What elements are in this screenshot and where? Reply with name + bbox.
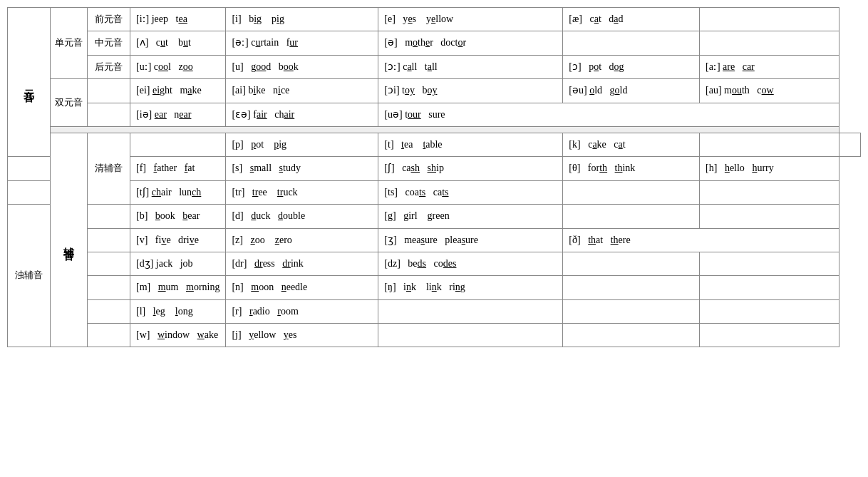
phoneme-cell: [m] mum morning (130, 276, 226, 299)
phoneme-cell: [e] yes yellow (378, 8, 563, 31)
phoneme-cell (563, 252, 700, 275)
phoneme-cell: [h] hello hurry (700, 157, 839, 180)
phoneme-cell: [aː] are car (700, 55, 839, 78)
phoneme-cell (700, 8, 839, 31)
phoneme-cell: [g] girl green (378, 205, 563, 228)
phoneme-cell: [z] zoo zero (226, 228, 378, 252)
phoneme-cell: [f] father fat (130, 157, 226, 180)
phoneme-cell: [tr] tree truck (226, 180, 378, 204)
phoneme-cell (839, 133, 861, 156)
phoneme-cell (700, 133, 839, 156)
hou-yuan-yin-label: 后元音 (88, 55, 130, 78)
phoneme-cell: [ai] bike nice (226, 79, 378, 103)
phoneme-cell: [ei] eight make (130, 79, 226, 103)
spacer (51, 126, 839, 133)
qing-fu-yin-label: 清辅音 (88, 133, 130, 204)
phoneme-cell: [dz] beds codes (378, 252, 563, 275)
phoneme-cell: [d] duck double (226, 205, 378, 228)
zhuo-fu-yin-label: 浊辅音 (8, 205, 51, 347)
phoneme-cell: [ŋ] ink link ring (378, 276, 563, 299)
phoneme-cell (378, 324, 563, 347)
phoneme-cell: [dʒ] jack job (130, 252, 226, 275)
phoneme-cell: [æ] cat dad (563, 8, 700, 31)
phoneme-cell (563, 276, 700, 299)
shuang-yuan-yin-label: 双元音 (51, 79, 88, 127)
phoneme-cell: [əː] curtain fur (226, 31, 378, 55)
phoneme-cell (563, 324, 700, 347)
phoneme-cell: [s] small study (226, 157, 378, 180)
phoneme-cell: [θ] forth think (563, 157, 700, 180)
phoneme-cell: [k] cake cat (563, 133, 700, 156)
phoneme-cell: [iə] ear near (130, 103, 226, 126)
phoneme-cell: [ts] coats cats (378, 180, 563, 204)
phoneme-cell (700, 205, 839, 228)
phoneme-cell: [l] leg long (130, 299, 226, 323)
empty-sub (88, 299, 130, 323)
phoneme-cell: [n] moon needle (226, 276, 378, 299)
empty-sub (88, 252, 130, 275)
phoneme-cell: [ɔi] toy boy (378, 79, 563, 103)
phoneme-cell (700, 324, 839, 347)
phoneme-cell (563, 31, 700, 55)
phoneme-cell: [au] mouth cow (700, 79, 839, 103)
phoneme-cell (563, 180, 700, 204)
phoneme-cell: [tʃ] chair lunch (130, 180, 226, 204)
phoneme-cell: [v] five drive (130, 228, 226, 252)
empty-sub (88, 324, 130, 347)
empty-sub (88, 205, 130, 228)
phoneme-cell (700, 299, 839, 323)
phoneme-cell: [ɔː] call tall (378, 55, 563, 78)
phoneme-cell (700, 31, 839, 55)
empty-sub (8, 180, 51, 204)
fu-yin-label: 辅音 (51, 133, 88, 347)
yuan-yin-label: 元音 (8, 8, 51, 157)
phoneme-cell: [əu] old gold (563, 79, 700, 103)
phoneme-cell: [ð] that there (563, 228, 839, 252)
phoneme-cell (563, 205, 700, 228)
phoneme-cell: [p] pot pig (226, 133, 378, 156)
phoneme-cell: [iː] jeep tea (130, 8, 226, 31)
phoneme-cell: [i] big pig (226, 8, 378, 31)
phoneme-cell (700, 180, 839, 204)
phoneme-cell: [uə] tour sure (378, 103, 839, 126)
phoneme-cell (700, 252, 839, 275)
empty-sub (88, 228, 130, 252)
phoneme-cell: [u] good book (226, 55, 378, 78)
phoneme-cell: [ʒ] measure pleasure (378, 228, 563, 252)
phoneme-cell: [ə] mother doctor (378, 31, 563, 55)
phoneme-cell: [uː] cool zoo (130, 55, 226, 78)
empty-label (88, 79, 130, 103)
phonetics-table: 元音 单元音 前元音 [iː] jeep tea [i] big pig [e]… (7, 7, 861, 347)
qian-yuan-yin-label: 前元音 (88, 8, 130, 31)
phoneme-cell: [b] book bear (130, 205, 226, 228)
phoneme-cell: [j] yellow yes (226, 324, 378, 347)
phoneme-cell: [w] window wake (130, 324, 226, 347)
empty-sub (8, 157, 51, 180)
phoneme-cell (700, 276, 839, 299)
zhong-yuan-yin-label: 中元音 (88, 31, 130, 55)
empty-sub (130, 133, 226, 156)
empty-label (88, 103, 130, 126)
phoneme-cell: [t] tea table (378, 133, 563, 156)
phoneme-cell: [ʃ] cash ship (378, 157, 563, 180)
phoneme-cell: [ʌ] cut but (130, 31, 226, 55)
phoneme-cell (563, 299, 700, 323)
phoneme-cell: [dr] dress drink (226, 252, 378, 275)
phoneme-cell: [ɛə] fair chair (226, 103, 378, 126)
phoneme-cell: [r] radio room (226, 299, 378, 323)
phoneme-cell (378, 299, 563, 323)
phoneme-cell: [ɔ] pot dog (563, 55, 700, 78)
dan-yuan-yin-label: 单元音 (51, 8, 88, 79)
empty-sub (88, 276, 130, 299)
